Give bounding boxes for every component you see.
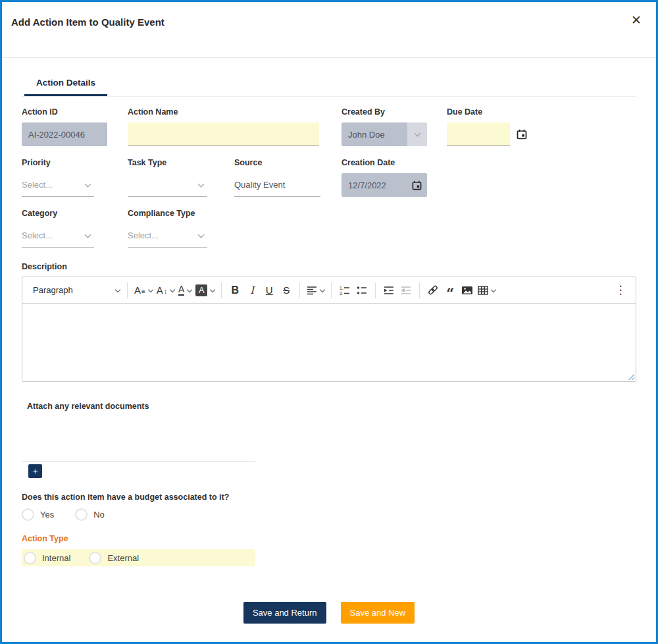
insert-table-icon[interactable] [476,281,497,300]
calendar-icon[interactable] [517,129,527,140]
action-type-external-label: External [107,553,139,563]
modal-footer: Save and Return Save and New [22,602,636,624]
modal-title: Add Action Item to Quality Event [11,16,164,28]
compliance-type-label: Compliance Type [128,209,636,219]
radio-icon[interactable] [22,508,34,521]
action-type-internal-option[interactable]: Internal [24,552,70,564]
description-label: Description [22,262,636,272]
priority-select[interactable]: Select... [22,173,94,197]
field-created-by: Created By John Doe [342,107,447,146]
chevron-down-icon [115,286,120,292]
bullet-list-icon[interactable] [353,281,370,300]
radio-icon[interactable] [89,552,101,564]
add-attachment-button[interactable]: + [28,464,42,478]
paragraph-style-dropdown[interactable]: Paragraph [32,281,122,300]
strikethrough-icon[interactable]: S [278,281,295,300]
link-icon[interactable] [424,281,442,300]
chevron-down-icon [85,180,91,187]
budget-yes-label: Yes [40,510,54,520]
modal-body: Action Details Action ID AI-2022-00046 A… [2,74,656,624]
chevron-down-icon [187,286,192,292]
action-id-value: AI-2022-00046 [28,130,85,140]
field-action-name: Action Name [128,107,342,146]
priority-placeholder: Select... [22,180,53,190]
action-id-label: Action ID [22,107,128,117]
source-label: Source [234,158,342,168]
field-task-type: Task Type [128,158,234,197]
indent-icon[interactable] [380,281,397,300]
radio-icon[interactable] [75,508,88,521]
chevron-down-icon [210,286,215,292]
creation-date-label: Creation Date [342,158,636,168]
font-size-icon[interactable]: A↕ [155,281,176,300]
modal-header: Add Action Item to Quality Event ✕ [2,2,656,58]
toolbar-divider [419,282,420,298]
task-type-select[interactable] [128,173,207,197]
outdent-icon[interactable] [397,281,415,300]
svg-text:1.: 1. [340,285,343,290]
action-id-input: AI-2022-00046 [22,122,107,146]
calendar-icon [412,180,422,190]
budget-no-label: No [93,510,105,520]
chevron-down-icon [85,231,91,238]
created-by-value: John Doe [348,130,385,140]
form-row-2: Priority Select... Task Type Source Qual… [22,158,636,197]
radio-icon[interactable] [24,552,36,564]
italic-icon[interactable]: I [243,281,261,300]
plus-icon: + [33,467,38,475]
field-creation-date: Creation Date 12/7/2022 [342,158,636,197]
budget-no-option[interactable]: No [75,508,105,521]
bold-icon[interactable]: B [226,281,243,300]
font-family-icon[interactable]: A≡ [132,281,155,300]
toolbar-divider [375,282,376,298]
budget-yes-option[interactable]: Yes [22,508,54,521]
toolbar-overflow-icon[interactable]: ⋮ [612,281,629,300]
close-icon[interactable]: ✕ [628,10,644,30]
category-label: Category [22,209,128,219]
chevron-down-icon [320,286,325,292]
description-editor: Paragraph A≡ A↕ A A [22,277,636,382]
category-placeholder: Select... [22,230,53,240]
align-left-icon[interactable] [305,281,326,300]
compliance-type-select[interactable]: Select... [128,224,207,248]
compliance-type-placeholder: Select... [128,230,159,240]
underline-icon[interactable]: U [261,281,278,300]
field-compliance-type: Compliance Type Select... [128,209,636,248]
toolbar-divider [221,282,222,298]
numbered-list-icon[interactable]: 1.2. [336,281,353,300]
attachments-drop-area[interactable] [22,411,255,462]
block-quote-icon[interactable]: “ [442,283,459,303]
add-action-item-modal: Add Action Item to Quality Event ✕ Actio… [0,0,658,644]
creation-date-input: 12/7/2022 [342,173,427,197]
task-type-label: Task Type [128,158,234,168]
form-row-1: Action ID AI-2022-00046 Action Name Crea… [22,107,636,146]
action-name-input[interactable] [128,122,319,146]
save-and-return-button[interactable]: Save and Return [243,602,326,624]
attachments-label: Attach any relevant documents [22,402,636,411]
toolbar-divider [299,282,300,298]
font-color-icon[interactable]: A [176,281,193,300]
svg-text:2.: 2. [340,291,343,296]
tab-bar: Action Details [22,74,636,97]
budget-question-label: Does this action item have a budget asso… [22,493,636,502]
field-priority: Priority Select... [22,158,128,197]
paragraph-style-value: Paragraph [33,285,73,295]
tab-action-details[interactable]: Action Details [24,74,107,96]
toolbar-divider [331,282,332,298]
chevron-down-icon [170,286,175,292]
field-source: Source Quality Event [234,158,342,197]
action-type-label: Action Type [22,534,636,543]
action-type-internal-label: Internal [42,553,70,563]
chevron-down-icon [198,180,205,187]
chevron-down-icon [491,286,496,292]
category-select[interactable]: Select... [22,224,94,248]
due-date-input[interactable] [447,122,510,146]
description-textarea[interactable] [22,304,636,381]
resize-handle-icon[interactable] [627,373,634,380]
background-color-icon[interactable]: A [193,281,216,300]
action-type-external-option[interactable]: External [89,552,139,564]
field-due-date: Due Date [447,107,636,146]
source-value: Quality Event [234,173,320,197]
image-icon[interactable] [459,281,476,300]
save-and-new-button[interactable]: Save and New [341,602,415,624]
